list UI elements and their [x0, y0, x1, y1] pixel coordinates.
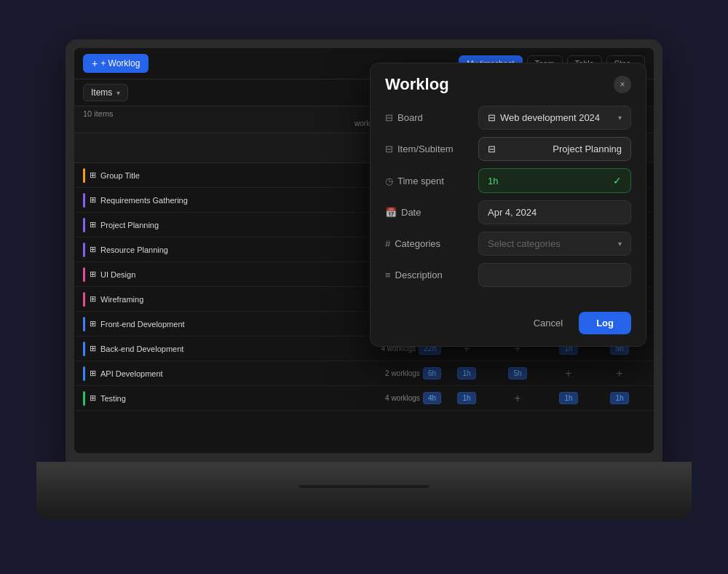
row-name-backend: ⊞ Back-end Development [83, 342, 354, 356]
col-name [83, 136, 354, 160]
item-subitem-field: ⊟ Item/Subitem ⊟ Project Planning [385, 137, 631, 161]
item-value-icon: ⊟ [488, 144, 496, 154]
modal-footer: Cancel Log [371, 306, 646, 346]
row-bar [83, 366, 85, 381]
row-cell-2: 5h [492, 367, 543, 380]
row-name-project-planning: ⊞ Project Planning [83, 218, 354, 232]
screen-bezel: + + Worklog My timesheet Team Table Stac… [66, 39, 662, 462]
date-field: 📅 Date Apr 4, 2024 [385, 200, 631, 224]
item-count: 10 items [83, 109, 354, 130]
row-cell-1: 1h [441, 367, 492, 380]
row-bar [83, 391, 85, 406]
time-spent-field: ◷ Time spent 1h ✓ [385, 168, 631, 193]
row-name-resource-planning: ⊞ Resource Planning [83, 243, 354, 257]
row-icon: ⊞ [90, 170, 96, 180]
clock-icon: ◷ [385, 176, 393, 186]
row-bar [83, 292, 85, 307]
row-cell-3: 1h [543, 392, 594, 404]
date-label: 📅 Date [385, 207, 472, 218]
chevron-down-icon: ▾ [618, 240, 622, 248]
row-cell-4: + [594, 368, 645, 380]
description-input[interactable] [478, 263, 631, 287]
description-label: ≡ Description [385, 270, 472, 280]
row-icon: ⊞ [90, 245, 96, 254]
row-bar [83, 243, 85, 257]
row-time-badge[interactable]: 1h [457, 392, 475, 404]
row-cell-3: + [543, 368, 594, 380]
hash-icon: # [385, 238, 390, 249]
add-worklog-cell[interactable]: + [565, 368, 571, 380]
row-time-badge[interactable]: 1h [610, 392, 628, 404]
plus-icon: + [92, 58, 98, 69]
row-cell-1: 1h [441, 392, 492, 404]
row-cell-2: + [492, 393, 543, 404]
table-row: ⊞ Testing 4 worklogs 4h 1h + 1h [74, 386, 654, 411]
row-icon: ⊞ [90, 294, 96, 304]
row-total-badge[interactable]: 6h [423, 367, 441, 380]
categories-field: # Categories Select categories ▾ [385, 232, 631, 256]
row-time-badge[interactable]: 1h [457, 367, 475, 380]
row-icon: ⊞ [90, 344, 96, 353]
chevron-down-icon: ▾ [116, 89, 120, 97]
row-bar [83, 218, 85, 232]
row-name-frontend: ⊞ Front-end Development [83, 317, 354, 331]
worklog-modal: Worklog × ⊟ Board ⊟ [370, 63, 646, 347]
row-total-badge[interactable]: 4h [423, 392, 441, 404]
time-spent-label: ◷ Time spent [385, 176, 472, 186]
laptop-screen: + + Worklog My timesheet Team Table Stac… [74, 48, 654, 453]
row-bar [83, 193, 85, 208]
description-icon: ≡ [385, 270, 391, 280]
row-cell-4: 1h [594, 392, 645, 404]
calendar-icon: 📅 [385, 207, 397, 218]
row-time-badge[interactable]: 1h [559, 392, 577, 404]
row-bar [83, 168, 85, 183]
log-button[interactable]: Log [579, 312, 631, 334]
row-bar [83, 342, 85, 356]
row-name-wireframing: ⊞ Wireframing [83, 292, 354, 307]
laptop-shell: + + Worklog My timesheet Team Table Stac… [36, 39, 692, 535]
laptop-bottom [36, 488, 692, 520]
date-value[interactable]: Apr 4, 2024 [478, 200, 631, 224]
row-name-ui-design: ⊞ UI Design [83, 267, 354, 282]
row-icon: ⊞ [90, 220, 96, 229]
categories-select[interactable]: Select categories ▾ [478, 232, 631, 256]
add-worklog-button[interactable]: + + Worklog [83, 54, 149, 73]
item-icon: ⊟ [385, 144, 393, 154]
row-name-requirements: ⊞ Requirements Gathering [83, 193, 354, 208]
modal-body: ⊟ Board ⊟ Web development 2024 ▾ [371, 100, 646, 306]
row-worklogs-info: 2 worklogs 6h [354, 367, 441, 380]
categories-label: # Categories [385, 238, 472, 249]
row-icon: ⊞ [90, 319, 96, 329]
row-time-badge[interactable]: 5h [508, 367, 526, 380]
row-icon: ⊞ [90, 369, 96, 378]
row-bar [83, 317, 85, 331]
row-icon: ⊞ [90, 393, 96, 403]
cancel-button[interactable]: Cancel [525, 312, 571, 334]
add-worklog-cell[interactable]: + [616, 368, 622, 380]
board-label: ⊟ Board [385, 112, 472, 123]
items-label: Items [91, 87, 112, 98]
check-icon: ✓ [613, 175, 622, 186]
board-field: ⊟ Board ⊟ Web development 2024 ▾ [385, 106, 631, 130]
row-name-testing: ⊞ Testing [83, 391, 354, 406]
row-icon: ⊞ [90, 270, 96, 279]
board-select[interactable]: ⊟ Web development 2024 ▾ [478, 106, 631, 130]
modal-header: Worklog × [371, 63, 646, 100]
add-worklog-cell[interactable]: + [514, 393, 521, 404]
table-row: ⊞ API Development 2 worklogs 6h 1h 5h [74, 361, 654, 386]
items-dropdown[interactable]: Items ▾ [83, 84, 128, 101]
row-bar [83, 267, 85, 282]
row-icon: ⊞ [90, 195, 96, 205]
item-subitem-label: ⊟ Item/Subitem [385, 144, 472, 154]
modal-title: Worklog [385, 75, 449, 94]
board-value-icon: ⊟ [488, 112, 496, 123]
row-worklogs-info: 4 worklogs 4h [354, 392, 441, 404]
chevron-down-icon: ▾ [618, 114, 622, 122]
row-name-group-title: ⊞ Group Title [83, 168, 354, 183]
close-button[interactable]: × [614, 76, 631, 93]
row-name-api: ⊞ API Development [83, 366, 354, 381]
description-field: ≡ Description [385, 263, 631, 287]
item-subitem-select[interactable]: ⊟ Project Planning [478, 137, 631, 161]
time-spent-value: 1h ✓ [478, 168, 631, 193]
board-icon: ⊟ [385, 112, 393, 123]
